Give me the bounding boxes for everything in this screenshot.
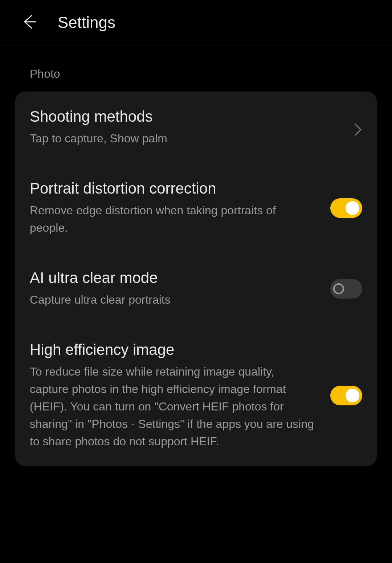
toggle-ai-ultra-clear[interactable]	[330, 279, 362, 299]
setting-high-efficiency[interactable]: High efficiency image To reduce file siz…	[15, 325, 377, 466]
setting-subtitle: Capture ultra clear portraits	[30, 291, 316, 308]
toggle-knob	[333, 283, 344, 294]
setting-text: AI ultra clear mode Capture ultra clear …	[30, 269, 330, 308]
setting-title: AI ultra clear mode	[30, 269, 316, 287]
setting-text: Shooting methods Tap to capture, Show pa…	[30, 108, 354, 147]
toggle-high-efficiency[interactable]	[330, 386, 362, 405]
setting-title: Portrait distortion correction	[30, 180, 316, 197]
chevron-right-icon	[354, 123, 362, 132]
setting-shooting-methods[interactable]: Shooting methods Tap to capture, Show pa…	[15, 92, 377, 163]
page-title: Settings	[58, 13, 115, 32]
setting-title: High efficiency image	[30, 341, 316, 359]
header-bar: Settings	[0, 0, 392, 45]
setting-subtitle: To reduce file size while retaining imag…	[30, 363, 316, 450]
setting-subtitle: Remove edge distortion when taking portr…	[30, 202, 316, 236]
setting-title: Shooting methods	[30, 108, 339, 125]
content-area: Photo Shooting methods Tap to capture, S…	[0, 45, 392, 466]
back-arrow-icon	[22, 14, 38, 31]
setting-text: Portrait distortion correction Remove ed…	[30, 180, 330, 236]
toggle-portrait-distortion[interactable]	[330, 198, 362, 218]
back-button[interactable]	[22, 14, 38, 31]
setting-portrait-distortion[interactable]: Portrait distortion correction Remove ed…	[15, 163, 377, 253]
setting-ai-ultra-clear[interactable]: AI ultra clear mode Capture ultra clear …	[15, 253, 377, 325]
section-header-photo: Photo	[15, 45, 377, 92]
setting-subtitle: Tap to capture, Show palm	[30, 130, 339, 147]
toggle-knob	[346, 389, 359, 402]
setting-text: High efficiency image To reduce file siz…	[30, 341, 330, 450]
toggle-knob	[346, 201, 359, 215]
settings-card: Shooting methods Tap to capture, Show pa…	[15, 92, 377, 466]
